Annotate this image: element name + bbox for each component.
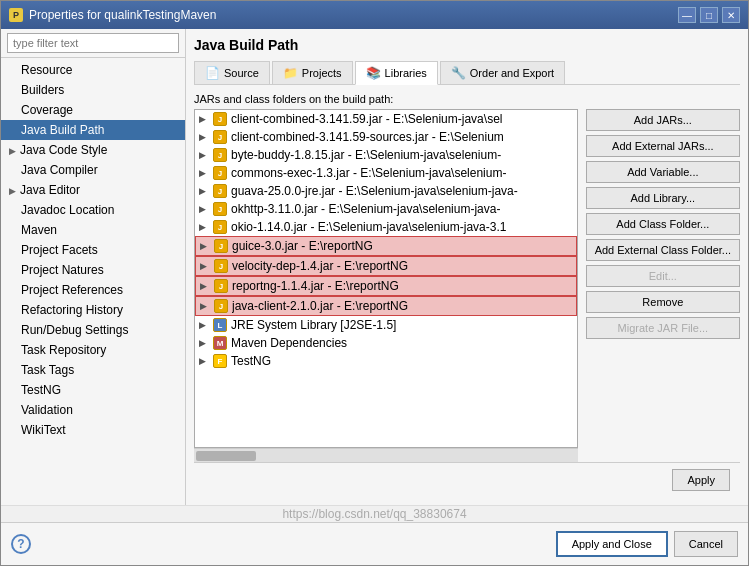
tree-nav: ResourceBuildersCoverageJava Build Path▶… <box>1 58 185 505</box>
add-class-folder-button[interactable]: Add Class Folder... <box>586 213 740 235</box>
jar-item-text: guava-25.0.0-jre.jar - E:\Selenium-java\… <box>231 184 518 198</box>
scrollbar-thumb <box>196 451 256 461</box>
jar-item-text: TestNG <box>231 354 271 368</box>
maximize-button[interactable]: □ <box>700 7 718 23</box>
sidebar-item-coverage[interactable]: Coverage <box>1 100 185 120</box>
projects-tab-icon: 📁 <box>283 66 298 80</box>
sidebar-item-refactoring-history[interactable]: Refactoring History <box>1 300 185 320</box>
jar-item-j12[interactable]: ▶LJRE System Library [J2SE-1.5] <box>195 316 577 334</box>
jar-expand-arrow: ▶ <box>200 261 210 271</box>
jar-expand-arrow: ▶ <box>200 241 210 251</box>
jar-item-j8[interactable]: ▶Jguice-3.0.jar - E:\reportNG <box>195 236 577 256</box>
jar-item-text: velocity-dep-1.4.jar - E:\reportNG <box>232 259 408 273</box>
remove-button[interactable]: Remove <box>586 291 740 313</box>
sidebar-item-run-debug-settings[interactable]: Run/Debug Settings <box>1 320 185 340</box>
sidebar-item-task-tags[interactable]: Task Tags <box>1 360 185 380</box>
sidebar-item-project-natures[interactable]: Project Natures <box>1 260 185 280</box>
app-icon: P <box>9 8 23 22</box>
jar-item-text: byte-buddy-1.8.15.jar - E:\Selenium-java… <box>231 148 501 162</box>
jar-type-icon: J <box>214 259 228 273</box>
jar-item-j7[interactable]: ▶Jokio-1.14.0.jar - E:\Selenium-java\sel… <box>195 218 577 236</box>
dialog-body: ResourceBuildersCoverageJava Build Path▶… <box>1 29 748 505</box>
jar-type-icon: J <box>213 220 227 234</box>
sidebar-item-project-facets[interactable]: Project Facets <box>1 240 185 260</box>
migrate-jar-button: Migrate JAR File... <box>586 317 740 339</box>
jar-expand-arrow: ▶ <box>200 301 210 311</box>
sidebar-item-java-compiler[interactable]: Java Compiler <box>1 160 185 180</box>
jar-item-j11[interactable]: ▶Jjava-client-2.1.0.jar - E:\reportNG <box>195 296 577 316</box>
jar-item-j2[interactable]: ▶Jclient-combined-3.141.59-sources.jar -… <box>195 128 577 146</box>
add-external-class-folder-button[interactable]: Add External Class Folder... <box>586 239 740 261</box>
jar-expand-arrow: ▶ <box>199 186 209 196</box>
right-panel: Java Build Path 📄Source📁Projects📚Librari… <box>186 29 748 505</box>
footer-bar: ? Apply and Close Cancel <box>1 522 748 565</box>
sidebar-item-testng[interactable]: TestNG <box>1 380 185 400</box>
add-external-jars-button[interactable]: Add External JARs... <box>586 135 740 157</box>
jar-item-j1[interactable]: ▶Jclient-combined-3.141.59.jar - E:\Sele… <box>195 110 577 128</box>
order-export-tab-icon: 🔧 <box>451 66 466 80</box>
jar-item-text: client-combined-3.141.59.jar - E:\Seleni… <box>231 112 502 126</box>
jar-item-j14[interactable]: ▶FTestNG <box>195 352 577 370</box>
tab-libraries[interactable]: 📚Libraries <box>355 61 438 85</box>
jar-expand-arrow: ▶ <box>199 338 209 348</box>
jar-type-icon: J <box>213 202 227 216</box>
jar-type-icon: J <box>214 279 228 293</box>
jar-item-j3[interactable]: ▶Jbyte-buddy-1.8.15.jar - E:\Selenium-ja… <box>195 146 577 164</box>
jar-item-j9[interactable]: ▶Jvelocity-dep-1.4.jar - E:\reportNG <box>195 256 577 276</box>
add-jars-button[interactable]: Add JARs... <box>586 109 740 131</box>
jar-expand-arrow: ▶ <box>199 222 209 232</box>
apply-close-button[interactable]: Apply and Close <box>556 531 668 557</box>
left-panel: ResourceBuildersCoverageJava Build Path▶… <box>1 29 186 505</box>
apply-bar: Apply <box>194 462 740 497</box>
add-variable-button[interactable]: Add Variable... <box>586 161 740 183</box>
dialog-title: Properties for qualinkTestingMaven <box>29 8 216 22</box>
sidebar-item-validation[interactable]: Validation <box>1 400 185 420</box>
tab-projects[interactable]: 📁Projects <box>272 61 353 84</box>
jar-expand-arrow: ▶ <box>200 281 210 291</box>
jar-list[interactable]: ▶Jclient-combined-3.141.59.jar - E:\Sele… <box>194 109 578 448</box>
horizontal-scrollbar[interactable] <box>194 448 578 462</box>
minimize-button[interactable]: — <box>678 7 696 23</box>
tabs-bar: 📄Source📁Projects📚Libraries🔧Order and Exp… <box>194 61 740 85</box>
jar-item-text: java-client-2.1.0.jar - E:\reportNG <box>232 299 408 313</box>
jar-item-j13[interactable]: ▶MMaven Dependencies <box>195 334 577 352</box>
properties-dialog: P Properties for qualinkTestingMaven — □… <box>0 0 749 566</box>
sidebar-item-java-code-style[interactable]: ▶Java Code Style <box>1 140 185 160</box>
button-panel: Add JARs...Add External JARs...Add Varia… <box>586 109 740 462</box>
jar-type-icon: J <box>213 184 227 198</box>
jar-item-text: JRE System Library [J2SE-1.5] <box>231 318 396 332</box>
close-button[interactable]: ✕ <box>722 7 740 23</box>
footer-left: ? <box>11 534 31 554</box>
title-bar: P Properties for qualinkTestingMaven — □… <box>1 1 748 29</box>
jar-item-j5[interactable]: ▶Jguava-25.0.0-jre.jar - E:\Selenium-jav… <box>195 182 577 200</box>
sidebar-item-task-repository[interactable]: Task Repository <box>1 340 185 360</box>
tab-order-export[interactable]: 🔧Order and Export <box>440 61 565 84</box>
sidebar-item-javadoc-location[interactable]: Javadoc Location <box>1 200 185 220</box>
filter-input[interactable] <box>7 33 179 53</box>
sidebar-item-maven[interactable]: Maven <box>1 220 185 240</box>
filter-wrap <box>1 29 185 58</box>
jar-item-j6[interactable]: ▶Jokhttp-3.11.0.jar - E:\Selenium-java\s… <box>195 200 577 218</box>
jar-type-icon: J <box>214 299 228 313</box>
content-area: JARs and class folders on the build path… <box>194 93 740 462</box>
sidebar-item-resource[interactable]: Resource <box>1 60 185 80</box>
apply-button[interactable]: Apply <box>672 469 730 491</box>
cancel-button[interactable]: Cancel <box>674 531 738 557</box>
jar-item-j10[interactable]: ▶Jreportng-1.1.4.jar - E:\reportNG <box>195 276 577 296</box>
sidebar-item-wikitext[interactable]: WikiText <box>1 420 185 440</box>
tab-source[interactable]: 📄Source <box>194 61 270 84</box>
jar-expand-arrow: ▶ <box>199 168 209 178</box>
add-library-button[interactable]: Add Library... <box>586 187 740 209</box>
source-tab-icon: 📄 <box>205 66 220 80</box>
sidebar-item-builders[interactable]: Builders <box>1 80 185 100</box>
sidebar-item-java-editor[interactable]: ▶Java Editor <box>1 180 185 200</box>
jar-expand-arrow: ▶ <box>199 132 209 142</box>
jar-item-text: commons-exec-1.3.jar - E:\Selenium-java\… <box>231 166 506 180</box>
sidebar-item-project-references[interactable]: Project References <box>1 280 185 300</box>
jar-item-j4[interactable]: ▶Jcommons-exec-1.3.jar - E:\Selenium-jav… <box>195 164 577 182</box>
help-icon[interactable]: ? <box>11 534 31 554</box>
jar-item-text: okio-1.14.0.jar - E:\Selenium-java\selen… <box>231 220 506 234</box>
jar-item-text: client-combined-3.141.59-sources.jar - E… <box>231 130 504 144</box>
window-controls: — □ ✕ <box>678 7 740 23</box>
sidebar-item-java-build-path[interactable]: Java Build Path <box>1 120 185 140</box>
